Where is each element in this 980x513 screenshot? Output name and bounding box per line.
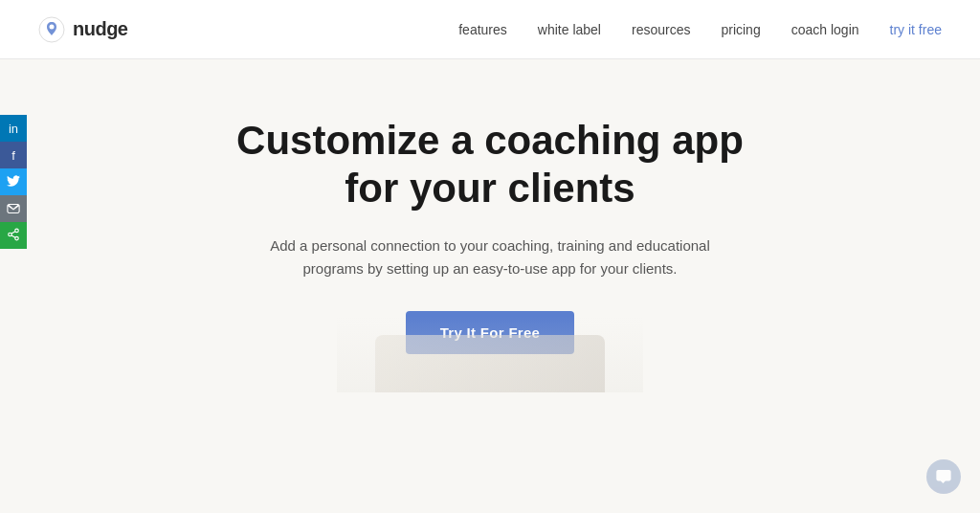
nav-try-free[interactable]: try it free (890, 22, 942, 37)
share-icon (7, 228, 20, 244)
preview-area (337, 316, 643, 392)
social-sidebar: in f (0, 115, 27, 249)
svg-point-2 (15, 229, 19, 233)
svg-point-1 (50, 24, 55, 29)
hero-subheadline: Add a personal connection to your coachi… (260, 234, 720, 280)
nav-white-label[interactable]: white label (538, 22, 601, 37)
facebook-share-button[interactable]: f (0, 142, 27, 168)
twitter-icon (7, 175, 20, 190)
headline-line2: for your clients (345, 166, 635, 211)
logo[interactable]: nudge (38, 16, 128, 43)
site-header: nudge features white label resources pri… (0, 0, 980, 59)
headline-line1: Customize a coaching app (236, 118, 744, 163)
hero-section: Customize a coaching app for your client… (0, 59, 980, 392)
main-nav: features white label resources pricing c… (458, 22, 942, 37)
email-icon (7, 202, 20, 216)
nav-features[interactable]: features (458, 22, 507, 37)
svg-line-5 (11, 234, 15, 236)
linkedin-icon: in (9, 122, 18, 136)
nav-coach-login[interactable]: coach login (791, 22, 859, 37)
logo-icon (38, 16, 65, 43)
nav-resources[interactable]: resources (632, 22, 690, 37)
twitter-share-button[interactable] (0, 168, 27, 195)
svg-line-6 (11, 231, 15, 233)
share-button[interactable] (0, 222, 27, 249)
nav-pricing[interactable]: pricing (721, 22, 760, 37)
svg-point-4 (15, 236, 19, 240)
chat-icon (936, 470, 951, 483)
app-preview-mockup (375, 335, 605, 392)
chat-bubble-button[interactable] (926, 459, 961, 494)
logo-text: nudge (73, 18, 128, 40)
facebook-icon: f (11, 148, 15, 163)
svg-point-3 (9, 233, 12, 236)
hero-headline: Customize a coaching app for your client… (236, 117, 744, 213)
linkedin-share-button[interactable]: in (0, 115, 27, 142)
email-share-button[interactable] (0, 195, 27, 222)
